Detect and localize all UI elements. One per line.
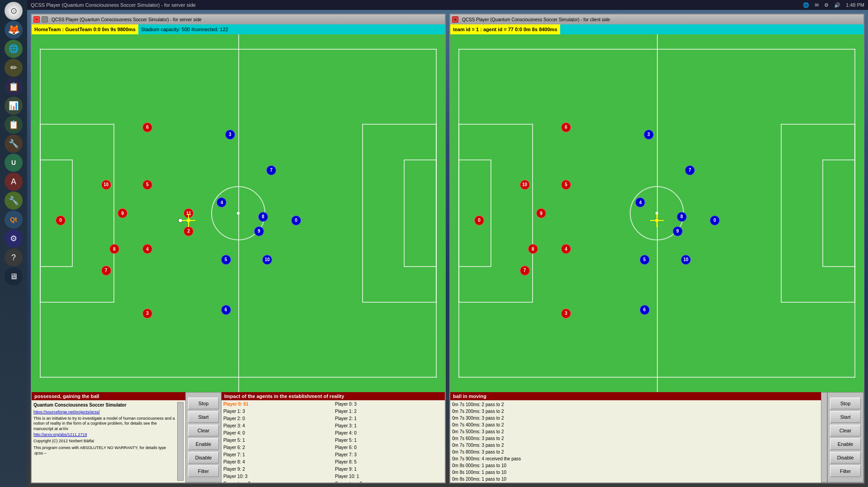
server-info-desc: This is an initiative to try to investig…	[33, 416, 175, 432]
client-home-player-4: 4	[561, 244, 571, 254]
log-entry-8: 0m 7s 900ms: 4 received the pass	[452, 455, 819, 462]
title-text: QCSS Player (Quantum Consciousness Socce…	[31, 2, 196, 8]
server-away-player-0: 0	[291, 215, 301, 225]
client-away-player-4: 4	[635, 197, 645, 207]
taskbar-icon-13[interactable]: ?	[5, 248, 23, 267]
taskbar-icon-5[interactable]: 📊	[5, 97, 23, 115]
client-filter-button[interactable]: Filter	[830, 465, 861, 477]
server-home-player-5: 5	[142, 180, 152, 190]
taskbar-icon-10[interactable]: 🔧	[5, 192, 23, 210]
taskbar-icon-9[interactable]: A	[5, 173, 23, 191]
client-home-player-8: 8	[528, 244, 538, 254]
server-away-player-7: 7	[266, 165, 276, 175]
server-impact-content: Player 0: 61Player 1: 3Player 2: 0Player…	[222, 400, 445, 482]
impact-row-left-1: Player 1: 3	[222, 407, 333, 415]
impact-row-left-9: Player 9: 2	[222, 465, 333, 473]
server-enable-button[interactable]: Enable	[188, 438, 219, 450]
server-min-button[interactable]	[42, 16, 48, 23]
server-home-player-8: 8	[109, 244, 119, 254]
client-start-button[interactable]: Start	[830, 411, 861, 423]
server-soccer-field: 0 8 9 10 4 5 7 3 6 11 2 3 4	[32, 34, 445, 392]
server-window-title: QCSS Player (Quantum Consciousness Socce…	[52, 17, 202, 22]
server-info-content: Quantum Consciousness Soccer Simulator h…	[32, 400, 185, 482]
server-field-wrapper: 0 8 9 10 4 5 7 3 6 11 2 3 4	[32, 34, 445, 392]
server-home-player-10: 10	[101, 180, 111, 190]
impact-row-right-9: Player 9: 1	[333, 465, 445, 473]
server-disable-button[interactable]: Disable	[188, 452, 219, 464]
taskbar-icon-11[interactable]: Qt	[5, 211, 23, 229]
server-bottom-status: possessed, gaining the ball	[32, 392, 185, 400]
impact-row-right-3: Player 3: 1	[333, 422, 445, 429]
server-clear-button[interactable]: Clear	[188, 425, 219, 436]
client-stop-button[interactable]: Stop	[830, 398, 861, 409]
client-close-button[interactable]: ●	[452, 16, 458, 23]
taskbar-icon-2[interactable]: 🌐	[5, 40, 23, 58]
impact-row-right-8: Player 8: 5	[333, 458, 445, 465]
server-filter-button[interactable]: Filter	[188, 465, 219, 477]
client-status-right	[560, 24, 863, 34]
client-field-wrapper: 0 8 9 10 4 5 7 3 6 3 4 5 6	[450, 34, 863, 392]
server-status-left: HomeTeam : GuestTeam 0:0 0m 9s 9800ms	[32, 24, 138, 34]
log-entry-2: 0m 7s 300ms: 3 pass to 2	[452, 415, 819, 421]
taskbar-icon-1[interactable]: 🦊	[5, 21, 23, 39]
server-status-bar: HomeTeam : GuestTeam 0:0 0m 9s 9800ms St…	[32, 24, 445, 34]
server-home-player-0: 0	[56, 215, 66, 225]
server-window: ✕ QCSS Player (Quantum Consciousness Soc…	[31, 14, 446, 483]
taskbar-icon-3[interactable]: ✏	[5, 59, 23, 77]
impact-row-right-0: Player 0: 3	[333, 400, 445, 407]
log-entry-9: 0m 8s 000ms: 1 pass to 10	[452, 462, 819, 469]
log-entry-1: 0m 7s 200ms: 3 pass to 2	[452, 408, 819, 415]
client-clear-button[interactable]: Clear	[830, 425, 861, 436]
server-info-scrollbar[interactable]	[177, 402, 184, 481]
client-disable-button[interactable]: Disable	[830, 452, 861, 464]
server-info-link2[interactable]: http://arxiv.org/abs/1211.2719	[33, 432, 175, 438]
client-home-player-6: 6	[561, 122, 571, 132]
log-entry-4: 0m 7s 500ms: 3 pass to 2	[452, 428, 819, 435]
server-home-player-3: 3	[142, 309, 152, 318]
server-away-player-5: 5	[221, 255, 231, 265]
taskbar-icon-12[interactable]: ⚙	[5, 229, 23, 248]
server-home-player-7: 7	[101, 266, 111, 276]
server-bottom-area: possessed, gaining the ball Quantum Cons…	[32, 392, 445, 482]
client-enable-button[interactable]: Enable	[830, 438, 861, 450]
impact-row-left-11: Supporters: 0	[222, 480, 333, 482]
impact-row-left-6: Player 6: 2	[222, 444, 333, 451]
client-log-scrollbar[interactable]	[821, 392, 827, 482]
server-impact-panel: Impact of the agents in the establishmen…	[222, 392, 445, 482]
client-bottom-area: ball in moving 0m 7s 100ms: 2 pass to 20…	[450, 392, 863, 482]
client-log-panel: 0m 7s 100ms: 2 pass to 20m 7s 200ms: 3 p…	[450, 400, 821, 482]
impact-row-left-2: Player 2: 0	[222, 415, 333, 422]
taskbar-icon-7[interactable]: 🔧	[5, 135, 23, 153]
client-away-player-5: 5	[640, 255, 650, 265]
server-stop-button[interactable]: Stop	[188, 398, 219, 409]
impact-row-left-3: Player 3: 4	[222, 422, 333, 429]
volume-icon: 🔊	[834, 2, 840, 8]
server-away-player-10: 10	[262, 255, 272, 265]
client-window-titlebar: ● QCSS Player (Quantum Consciousness Soc…	[450, 14, 863, 24]
taskbar-icon-6[interactable]: 📋	[5, 116, 23, 134]
log-entry-10: 0m 8s 100ms: 1 pass to 10	[452, 469, 819, 476]
server-start-button[interactable]: Start	[188, 411, 219, 423]
impact-row-left-4: Player 4: 0	[222, 429, 333, 436]
taskbar-icon-14[interactable]: 🖥	[5, 267, 23, 286]
client-away-player-0: 0	[710, 215, 720, 225]
server-away-player-4: 4	[217, 197, 226, 207]
server-window-titlebar: ✕ QCSS Player (Quantum Consciousness Soc…	[32, 14, 445, 24]
impact-row-left-5: Player 5: 1	[222, 436, 333, 444]
settings-icon: ⚙	[824, 2, 829, 8]
server-info-panel: possessed, gaining the ball Quantum Cons…	[32, 392, 185, 482]
taskbar-logo[interactable]: ⊙	[5, 2, 23, 20]
taskbar-icon-4[interactable]: 📋	[5, 78, 23, 96]
taskbar-icon-8[interactable]: U	[5, 154, 23, 172]
client-status-bar: team id = 1 : agent id = 77 0:0 0m 8s 84…	[450, 24, 863, 34]
client-away-player-6: 6	[640, 305, 650, 315]
server-info-link1[interactable]: https://sourceforge.net/projects/qcss/	[33, 409, 175, 415]
client-home-player-9: 9	[536, 208, 546, 218]
server-close-button[interactable]: ✕	[33, 16, 40, 23]
server-home-player-9: 9	[118, 208, 127, 218]
server-status-right: Stadium capacity: 500 #connected: 122	[138, 24, 445, 34]
network-icon: 🌐	[803, 2, 809, 8]
client-log-section: ball in moving 0m 7s 100ms: 2 pass to 20…	[450, 392, 821, 482]
impact-row-right-11: Supporters: 0	[333, 480, 445, 482]
impact-row-right-2: Player 2: 1	[333, 415, 445, 422]
